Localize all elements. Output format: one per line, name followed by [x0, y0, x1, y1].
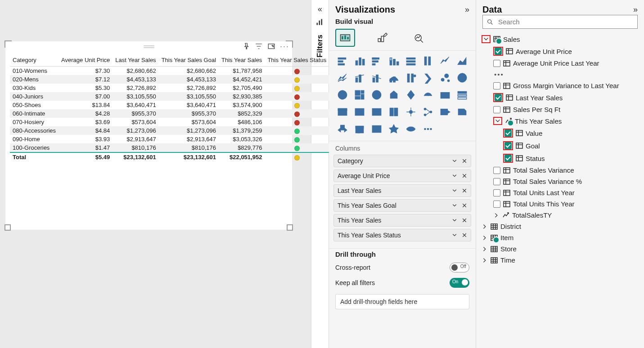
chevron-down-icon[interactable] — [452, 203, 457, 208]
viz-type-py-visual[interactable] — [369, 122, 384, 136]
viz-type-stacked-bar-100[interactable] — [369, 54, 384, 68]
table-row[interactable]: 050-Shoes$13.84$3,640,471$3,640,471$3,57… — [10, 101, 329, 109]
table-row[interactable]: 090-Home$3.93$2,913,647$2,913,647$3,053,… — [10, 135, 329, 143]
filters-pane-collapsed[interactable]: « Filters — [311, 0, 329, 348]
checkbox[interactable] — [504, 155, 512, 162]
collapse-pane-icon[interactable]: » — [465, 5, 469, 14]
tree-kpi-this-year-sales[interactable]: This Year Sales — [481, 115, 639, 127]
drill-through-dropzone[interactable]: Add drill-through fields here — [335, 294, 469, 309]
tree-more-icon[interactable]: ••• — [481, 69, 639, 80]
chevron-down-icon[interactable] — [452, 173, 457, 178]
tree-table-sales[interactable]: Sales — [481, 33, 639, 45]
column-header[interactable]: Category — [10, 55, 59, 67]
checkbox[interactable] — [493, 82, 500, 89]
chevron-down-icon[interactable] — [452, 218, 457, 223]
viz-type-clustered-column[interactable] — [352, 54, 367, 68]
chevron-right-icon[interactable] — [482, 223, 488, 230]
checkbox[interactable] — [493, 178, 500, 185]
viz-type-column-scatter[interactable] — [404, 71, 418, 85]
tree-field-total-sales-variance[interactable]: Total Sales Variance — [481, 165, 639, 176]
table-row[interactable]: 100-Groceries$1.47$810,176$810,176$829,7… — [10, 143, 329, 152]
report-canvas[interactable]: ··· CategoryAverage Unit PriceLast Year … — [0, 0, 311, 348]
tree-field-value[interactable]: Value — [481, 127, 639, 139]
chevron-down-icon[interactable] — [452, 188, 457, 193]
column-header[interactable]: Average Unit Price — [59, 55, 113, 67]
expand-left-icon[interactable]: « — [318, 4, 322, 14]
remove-field-icon[interactable] — [462, 188, 467, 193]
tree-table-item[interactable]: Item — [481, 232, 639, 243]
viz-type-table[interactable] — [335, 105, 350, 119]
checkbox[interactable] — [493, 167, 500, 174]
viz-type-multi-line[interactable] — [335, 71, 350, 85]
table-row[interactable]: 070-Hosiery$3.69$573,604$573,604$486,106 — [10, 118, 329, 126]
build-visual-tab[interactable] — [335, 29, 355, 47]
chevron-right-icon[interactable] — [493, 212, 500, 219]
remove-field-icon[interactable] — [462, 203, 467, 208]
table-row[interactable]: 010-Womens$7.30$2,680,662$2,680,662$1,78… — [10, 67, 329, 76]
viz-type-stacked-bar[interactable] — [335, 54, 350, 68]
search-input[interactable] — [497, 18, 634, 26]
viz-type-multi-row-card[interactable] — [455, 88, 469, 102]
collapse-data-pane-icon[interactable]: » — [633, 5, 638, 14]
column-header[interactable]: This Year Sales — [219, 55, 265, 67]
table-visual[interactable]: ··· CategoryAverage Unit PriceLast Year … — [5, 41, 292, 230]
viz-type-matrix-2[interactable] — [369, 105, 384, 119]
chevron-down-icon[interactable] — [483, 36, 489, 42]
viz-type-paginated[interactable] — [335, 122, 350, 136]
field-well-item[interactable]: Last Year Sales — [333, 184, 471, 197]
field-well-item[interactable]: This Year Sales — [333, 214, 471, 227]
table-row[interactable]: 080-Accessories$4.84$1,273,096$1,273,096… — [10, 126, 329, 135]
viz-type-area[interactable] — [455, 54, 469, 68]
viz-type-combo-column-line[interactable] — [352, 71, 367, 85]
more-options-icon[interactable]: ··· — [280, 42, 289, 50]
viz-type-combo-column-line-2[interactable] — [369, 71, 384, 85]
tree-table-district[interactable]: District — [481, 221, 639, 232]
field-well-item[interactable]: Category — [333, 155, 471, 167]
viz-type-bar-100[interactable] — [404, 54, 418, 68]
tree-field-gross-margin-variance[interactable]: Gross Margin Variance to Last Year — [481, 80, 639, 91]
viz-type-map[interactable] — [369, 88, 384, 102]
viz-type-gauge[interactable] — [421, 88, 435, 102]
checkbox[interactable] — [493, 201, 500, 208]
checkbox[interactable] — [495, 48, 502, 55]
viz-type-card[interactable]: 123 — [438, 88, 452, 102]
focus-mode-icon[interactable] — [267, 42, 275, 50]
keep-all-filters-toggle[interactable]: On — [450, 278, 469, 288]
tree-table-store[interactable]: Store — [481, 243, 639, 254]
tree-field-sales-per-sqft[interactable]: Sales Per Sq Ft — [481, 104, 639, 115]
viz-type-shape-map[interactable] — [404, 88, 418, 102]
viz-type-line[interactable] — [438, 54, 452, 68]
viz-type-decomposition-tree[interactable] — [421, 105, 435, 119]
checkbox[interactable] — [493, 60, 500, 67]
viz-type-pie[interactable] — [455, 71, 469, 85]
table-row[interactable]: 020-Mens$7.12$4,453,133$4,453,133$4,452,… — [10, 75, 329, 84]
checkbox[interactable] — [495, 94, 502, 101]
tree-field-average-unit-price-last-year[interactable]: Average Unit Price Last Year — [481, 58, 639, 69]
chevron-down-icon[interactable] — [452, 232, 457, 238]
tree-field-total-sales-variance-pct[interactable]: Total Sales Variance % — [481, 176, 639, 187]
chevron-right-icon[interactable] — [482, 246, 488, 252]
checkbox[interactable] — [504, 142, 512, 149]
tree-field-total-units-this-year[interactable]: Total Units This Year — [481, 198, 639, 210]
checkbox[interactable] — [504, 129, 512, 137]
tree-field-totalsalesty[interactable]: TotalSalesTY — [481, 210, 639, 221]
drag-grip-icon[interactable] — [144, 45, 154, 48]
viz-type-column-100[interactable] — [421, 54, 435, 68]
viz-type-small-multiples[interactable] — [387, 105, 401, 119]
viz-type-funnel[interactable] — [421, 71, 435, 85]
tree-field-status[interactable]: Status — [481, 152, 639, 165]
columns-field-well[interactable]: CategoryAverage Unit PriceLast Year Sale… — [329, 155, 476, 248]
remove-field-icon[interactable] — [462, 158, 467, 164]
viz-type-power-apps[interactable] — [387, 122, 401, 136]
viz-type-donut[interactable] — [335, 88, 350, 102]
field-well-item[interactable]: Average Unit Price — [333, 170, 471, 182]
table-row[interactable]: 030-Kids$5.30$2,726,892$2,726,892$2,705,… — [10, 84, 329, 92]
viz-type-ribbon[interactable] — [387, 71, 401, 85]
viz-type-scatter[interactable] — [438, 71, 452, 85]
viz-type-q-and-a[interactable] — [438, 105, 452, 119]
chevron-down-icon[interactable] — [452, 158, 457, 164]
tree-field-average-unit-price[interactable]: Average Unit Price — [481, 45, 639, 58]
checkbox[interactable] — [493, 106, 500, 113]
field-well-item[interactable]: This Year Sales Status — [333, 229, 471, 241]
column-header[interactable]: Last Year Sales — [113, 55, 158, 67]
